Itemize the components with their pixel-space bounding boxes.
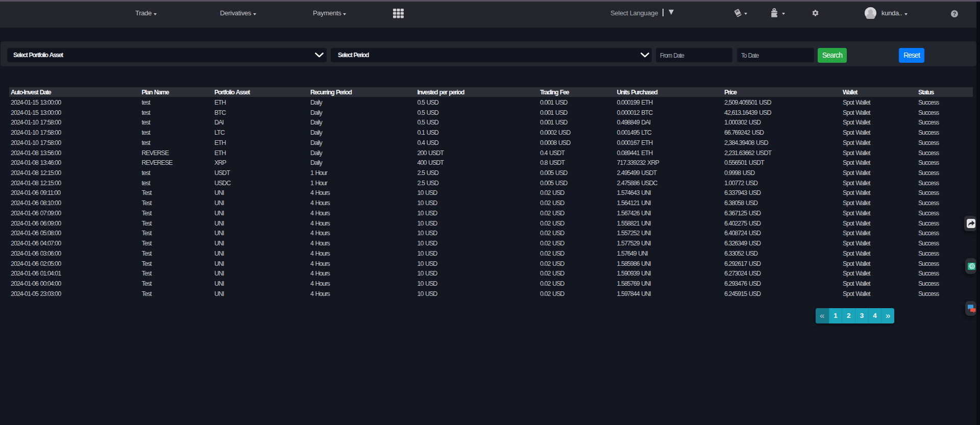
svg-text:?: ?	[953, 10, 956, 16]
